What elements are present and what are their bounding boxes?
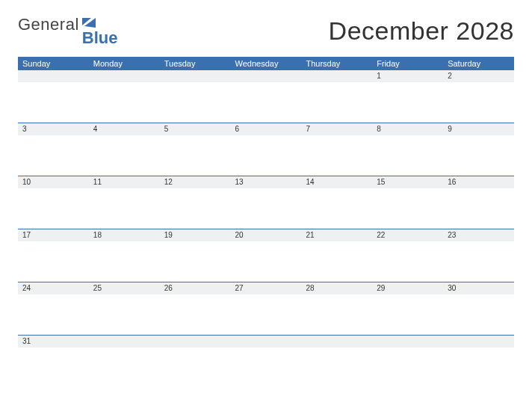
day-number: 23 xyxy=(443,229,514,241)
brand-word-1: General xyxy=(18,16,79,33)
day-number xyxy=(89,336,160,347)
day-number: 19 xyxy=(160,229,231,241)
weekday-header: Wednesday xyxy=(231,59,302,68)
day-number: 12 xyxy=(160,176,231,188)
weekday-header: Thursday xyxy=(301,59,372,68)
day-number: 27 xyxy=(231,282,302,294)
day-number xyxy=(301,336,372,347)
header: General Blue December 2028 xyxy=(18,16,514,46)
day-number: 5 xyxy=(160,123,231,135)
week-row: 1 2 xyxy=(18,70,514,123)
brand-word-2: Blue xyxy=(82,30,118,46)
day-number: 13 xyxy=(231,176,302,188)
day-number-strip: 10 11 12 13 14 15 16 xyxy=(18,176,514,188)
weekday-header-row: Sunday Monday Tuesday Wednesday Thursday… xyxy=(18,57,514,70)
week-row: 17 18 19 20 21 22 23 xyxy=(18,229,514,282)
week-body xyxy=(18,135,514,176)
week-body xyxy=(18,188,514,229)
day-number: 10 xyxy=(18,176,89,188)
day-number: 31 xyxy=(18,336,89,347)
day-number: 20 xyxy=(231,229,302,241)
day-number: 17 xyxy=(18,229,89,241)
day-number: 14 xyxy=(301,176,372,188)
week-body xyxy=(18,347,514,388)
day-number: 25 xyxy=(89,282,160,294)
day-number-strip: 1 2 xyxy=(18,70,514,82)
week-body xyxy=(18,82,514,123)
weekday-header: Sunday xyxy=(18,59,89,68)
weekday-header: Friday xyxy=(372,59,443,68)
day-number xyxy=(160,70,231,82)
week-body xyxy=(18,294,514,335)
day-number: 30 xyxy=(443,282,514,294)
day-number: 3 xyxy=(18,123,89,135)
week-row: 3 4 5 6 7 8 9 xyxy=(18,123,514,176)
day-number: 2 xyxy=(443,70,514,82)
day-number: 1 xyxy=(372,70,443,82)
day-number-strip: 3 4 5 6 7 8 9 xyxy=(18,123,514,135)
day-number: 16 xyxy=(443,176,514,188)
day-number: 7 xyxy=(301,123,372,135)
day-number: 24 xyxy=(18,282,89,294)
day-number: 28 xyxy=(301,282,372,294)
day-number: 21 xyxy=(301,229,372,241)
week-row: 24 25 26 27 28 29 30 xyxy=(18,282,514,335)
day-number: 9 xyxy=(443,123,514,135)
week-row: 31 xyxy=(18,335,514,388)
weekday-header: Monday xyxy=(89,59,160,68)
weekday-header: Tuesday xyxy=(160,59,231,68)
day-number: 6 xyxy=(231,123,302,135)
day-number: 8 xyxy=(372,123,443,135)
day-number: 4 xyxy=(89,123,160,135)
day-number xyxy=(301,70,372,82)
day-number-strip: 24 25 26 27 28 29 30 xyxy=(18,282,514,294)
day-number: 15 xyxy=(372,176,443,188)
day-number xyxy=(372,336,443,347)
day-number: 26 xyxy=(160,282,231,294)
day-number: 18 xyxy=(89,229,160,241)
day-number xyxy=(89,70,160,82)
day-number-strip: 17 18 19 20 21 22 23 xyxy=(18,229,514,241)
day-number: 11 xyxy=(89,176,160,188)
day-number xyxy=(18,70,89,82)
page-title: December 2028 xyxy=(329,16,514,46)
day-number-strip: 31 xyxy=(18,336,514,347)
week-body xyxy=(18,241,514,282)
day-number: 22 xyxy=(372,229,443,241)
day-number xyxy=(443,336,514,347)
weekday-header: Saturday xyxy=(443,59,514,68)
week-row: 10 11 12 13 14 15 16 xyxy=(18,176,514,229)
brand-logo: General Blue xyxy=(18,16,117,46)
day-number xyxy=(160,336,231,347)
day-number xyxy=(231,336,302,347)
day-number: 29 xyxy=(372,282,443,294)
calendar-grid: 1 2 3 4 5 6 7 8 9 10 11 12 13 14 15 16 xyxy=(18,70,514,388)
day-number xyxy=(231,70,302,82)
